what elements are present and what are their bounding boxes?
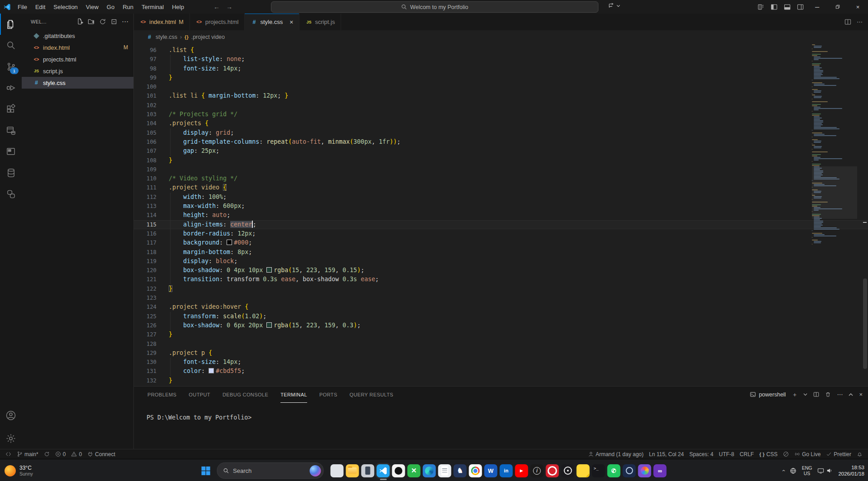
code-line[interactable]: 105 display: grid; bbox=[134, 128, 868, 137]
code-line[interactable]: 100 bbox=[134, 82, 868, 91]
command-center-search[interactable]: Welcom to my Portfolio bbox=[271, 1, 598, 13]
code-line[interactable]: 96.list { bbox=[134, 46, 868, 55]
customize-layout-icon[interactable] bbox=[754, 0, 768, 14]
taskbar-app-youtube[interactable]: ▶ bbox=[514, 461, 529, 481]
taskbar-app-vscode[interactable] bbox=[375, 461, 391, 481]
back-arrow-icon[interactable]: ← bbox=[213, 3, 220, 10]
menu-selection[interactable]: Selection bbox=[49, 4, 81, 10]
activity-search[interactable] bbox=[0, 35, 22, 56]
forward-arrow-icon[interactable]: → bbox=[226, 3, 232, 10]
panel-tab-terminal[interactable]: TERMINAL bbox=[280, 387, 307, 403]
code-line[interactable]: 112 width: 100%; bbox=[134, 193, 868, 202]
status-main-[interactable]: main* bbox=[14, 449, 41, 459]
code-line[interactable]: 122} bbox=[134, 284, 868, 293]
code-line[interactable]: 127} bbox=[134, 330, 868, 339]
activity-source-control[interactable]: 1 bbox=[0, 56, 22, 77]
taskbar-app-chess-app[interactable]: ♞ bbox=[452, 461, 468, 481]
new-file-icon[interactable] bbox=[76, 18, 84, 25]
quick-settings[interactable] bbox=[817, 467, 833, 474]
activity-sql-database[interactable] bbox=[0, 120, 22, 141]
status-connect[interactable]: Connect bbox=[85, 449, 118, 459]
code-line[interactable]: 108} bbox=[134, 156, 868, 165]
status-bell[interactable] bbox=[854, 449, 865, 459]
code-line[interactable]: 111.project video { bbox=[134, 183, 868, 192]
activity-settings[interactable] bbox=[0, 428, 22, 449]
weather-widget[interactable]: 33°C Sunny bbox=[5, 459, 33, 481]
split-editor-icon[interactable] bbox=[844, 19, 851, 25]
new-terminal-icon[interactable]: ＋ bbox=[792, 391, 797, 399]
breadcrumb-symbol[interactable]: .project video bbox=[191, 34, 225, 40]
code-line[interactable]: 104.projects { bbox=[134, 119, 868, 128]
taskbar-app-phone-link[interactable] bbox=[360, 461, 375, 481]
taskbar-app-visual-studio[interactable]: ∞ bbox=[652, 461, 668, 481]
kill-terminal-icon[interactable] bbox=[825, 391, 831, 397]
activity-extensions[interactable] bbox=[0, 99, 22, 120]
code-line[interactable]: 106 grid-template-columns: repeat(auto-f… bbox=[134, 137, 868, 146]
code-line[interactable]: 98 font-size: 14px; bbox=[134, 64, 868, 73]
menu-help[interactable]: Help bbox=[168, 4, 188, 10]
code-line[interactable]: 128 bbox=[134, 340, 868, 349]
more-icon[interactable]: ⋯ bbox=[122, 18, 129, 26]
taskbar-app-terminal-app[interactable]: >_ bbox=[591, 461, 606, 481]
activity-explorer[interactable] bbox=[0, 14, 22, 35]
code-line[interactable]: 99} bbox=[134, 73, 868, 82]
tab-style-css[interactable]: #style.css× bbox=[245, 14, 299, 30]
tab-projects-html[interactable]: <>projects.html bbox=[190, 14, 245, 30]
minimap-slider[interactable] bbox=[812, 166, 857, 219]
activity-run-debug[interactable] bbox=[0, 77, 22, 99]
code-line[interactable]: 103/* Projects grid */ bbox=[134, 110, 868, 119]
menu-view[interactable]: View bbox=[82, 4, 103, 10]
code-editor[interactable]: 96.list {97 list-style: none;98 font-siz… bbox=[134, 43, 868, 386]
activity-database[interactable] bbox=[0, 162, 22, 184]
taskbar-search[interactable]: Search bbox=[217, 462, 323, 479]
menu-terminal[interactable]: Terminal bbox=[138, 4, 168, 10]
status-circle-slash[interactable] bbox=[780, 449, 792, 459]
code-line[interactable]: 101.list li { margin-bottom: 12px; } bbox=[134, 91, 868, 100]
minimize-button[interactable]: ─ bbox=[807, 0, 827, 14]
code-line[interactable]: 114 height: auto; bbox=[134, 211, 868, 220]
code-line[interactable]: 132} bbox=[134, 376, 868, 385]
code-line[interactable]: 97 list-style: none; bbox=[134, 55, 868, 64]
taskbar-app-whatsapp[interactable]: ✆ bbox=[606, 461, 621, 481]
new-folder-icon[interactable] bbox=[88, 18, 95, 25]
terminal-dropdown-icon[interactable] bbox=[803, 392, 807, 396]
status-crlf[interactable]: CRLF bbox=[737, 449, 756, 459]
maximize-panel-icon[interactable] bbox=[849, 392, 853, 397]
taskbar-app-timer-app[interactable] bbox=[560, 461, 575, 481]
close-panel-icon[interactable]: × bbox=[859, 391, 863, 398]
vscode-logo-icon[interactable] bbox=[0, 3, 14, 11]
taskbar-app-info-app[interactable]: i bbox=[529, 461, 545, 481]
taskbar-app-edge[interactable] bbox=[422, 461, 437, 481]
toggle-secondary-sidebar-icon[interactable] bbox=[794, 0, 807, 14]
code-line[interactable]: 121 transition: transform 0.3s ease, box… bbox=[134, 275, 868, 284]
code-line[interactable]: 116 border-radius: 12px; bbox=[134, 229, 868, 238]
status-armand-1-day-ago-[interactable]: Armand (1 day ago) bbox=[585, 449, 646, 459]
code-line[interactable]: 110/* Video styling */ bbox=[134, 174, 868, 183]
taskbar-app-word[interactable]: W bbox=[483, 461, 498, 481]
hidden-icons-chevron[interactable]: › bbox=[780, 470, 787, 472]
code-line[interactable]: 130 font-size: 14px; bbox=[134, 358, 868, 367]
terminal[interactable]: PS D:\Welcom to my Portfolio> bbox=[134, 402, 868, 421]
clock[interactable]: 18:53 2026/01/18 bbox=[838, 464, 864, 477]
minimap[interactable] bbox=[812, 44, 857, 386]
collapse-all-icon[interactable] bbox=[110, 18, 118, 25]
tab-index-html[interactable]: <>index.htmlM bbox=[134, 14, 190, 30]
panel-more-icon[interactable]: ⋯ bbox=[837, 391, 843, 398]
taskbar-app-xbox[interactable]: ✕ bbox=[406, 461, 422, 481]
status-utf-8[interactable]: UTF-8 bbox=[716, 449, 737, 459]
code-line[interactable]: 129.project p { bbox=[134, 349, 868, 358]
file-item-style-css[interactable]: #style.css bbox=[22, 77, 133, 89]
code-line[interactable]: 120 box-shadow: 0 4px 10px rgba(15, 223,… bbox=[134, 266, 868, 275]
code-line[interactable]: 113 max-width: 600px; bbox=[134, 202, 868, 211]
breadcrumb-file[interactable]: style.css bbox=[156, 34, 177, 40]
taskbar-app-calculator[interactable] bbox=[437, 461, 452, 481]
status-css[interactable]: { }CSS bbox=[757, 449, 780, 459]
code-line[interactable]: 126 box-shadow: 0 6px 20px rgba(15, 223,… bbox=[134, 321, 868, 330]
panel-tab-debug-console[interactable]: DEBUG CONSOLE bbox=[223, 387, 268, 403]
status-go-live[interactable]: Go Live bbox=[792, 449, 823, 459]
code-line[interactable]: 124.project video:hover { bbox=[134, 302, 868, 311]
start-button[interactable] bbox=[200, 466, 211, 476]
menu-edit[interactable]: Edit bbox=[31, 4, 49, 10]
code-line[interactable]: 119 display: block; bbox=[134, 257, 868, 266]
panel-tab-ports[interactable]: PORTS bbox=[319, 387, 337, 403]
